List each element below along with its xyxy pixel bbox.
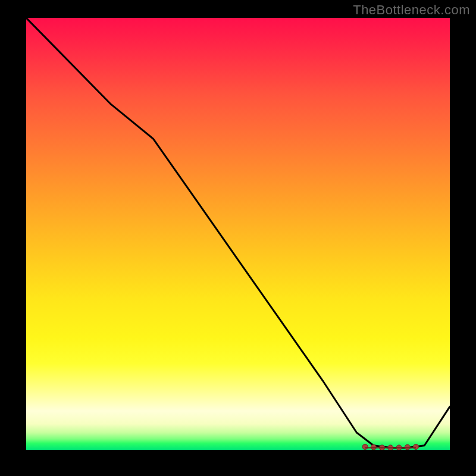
chart-svg: [26, 18, 450, 450]
optimal-dot: [414, 444, 419, 449]
plot-area: [26, 18, 450, 450]
watermark-text: TheBottleneck.com: [353, 2, 470, 18]
chart-frame: TheBottleneck.com: [0, 0, 476, 476]
optimal-range-markers: [362, 444, 418, 450]
optimal-dot: [362, 444, 368, 449]
bottleneck-curve-line: [26, 18, 450, 447]
